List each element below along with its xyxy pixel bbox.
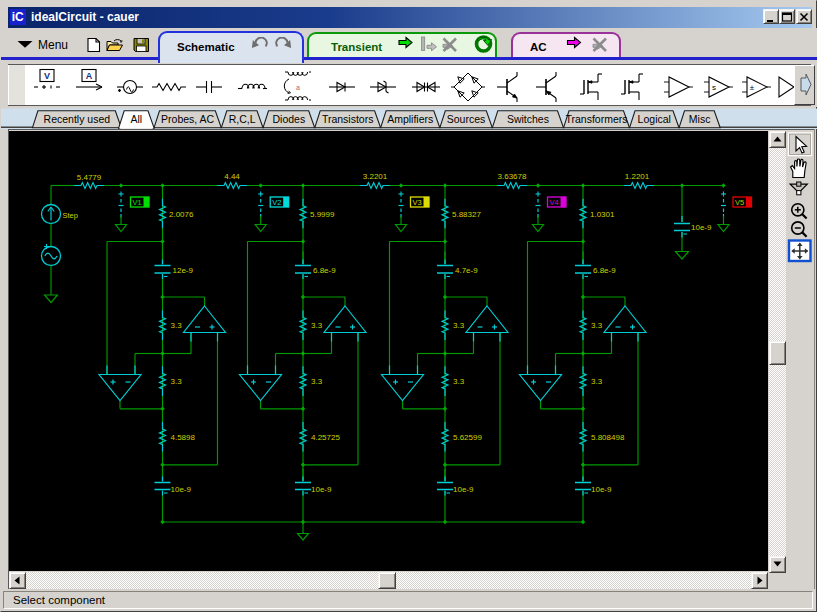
svg-text:Misc: Misc [689, 113, 711, 125]
svg-text:V3: V3 [413, 198, 422, 207]
svg-text:3.63678: 3.63678 [498, 172, 527, 181]
svg-text:4.5898: 4.5898 [171, 432, 196, 441]
svg-text:±: ± [750, 83, 755, 92]
svg-text:6.8e-9: 6.8e-9 [593, 266, 616, 275]
svg-text:3.3: 3.3 [591, 321, 603, 330]
svg-text:V1: V1 [133, 198, 142, 207]
svg-text:V: V [44, 71, 50, 81]
svg-text:Amplifiers: Amplifiers [387, 113, 433, 125]
svg-text:Transformers: Transformers [565, 113, 627, 125]
svg-text:4.25725: 4.25725 [311, 432, 340, 441]
svg-text:10e-9: 10e-9 [691, 223, 712, 232]
svg-text:1.2201: 1.2201 [625, 172, 650, 181]
svg-text:10e-9: 10e-9 [591, 485, 612, 494]
svg-text:4.44: 4.44 [224, 172, 240, 181]
svg-text:Switches: Switches [507, 113, 549, 125]
svg-text:1.0301: 1.0301 [590, 210, 615, 219]
svg-text:3.3: 3.3 [171, 377, 183, 386]
svg-text:5.88327: 5.88327 [452, 210, 481, 219]
svg-text:6.8e-9: 6.8e-9 [313, 266, 336, 275]
svg-text:3.3: 3.3 [311, 377, 323, 386]
svg-text:Recently used: Recently used [44, 113, 111, 125]
svg-text:3.3: 3.3 [591, 377, 603, 386]
svg-text:V2: V2 [272, 198, 281, 207]
svg-text:3.2201: 3.2201 [363, 172, 388, 181]
svg-text:10e-9: 10e-9 [311, 485, 332, 494]
svg-text:5.62599: 5.62599 [453, 432, 482, 441]
svg-text:3.3: 3.3 [453, 321, 465, 330]
svg-text:Menu: Menu [38, 38, 68, 52]
svg-text:R,C,L: R,C,L [229, 113, 256, 125]
svg-text:A: A [86, 71, 93, 81]
svg-text:Step: Step [63, 211, 78, 220]
svg-text:10e-9: 10e-9 [453, 485, 474, 494]
svg-text:V5: V5 [735, 198, 744, 207]
svg-text:s: s [712, 83, 716, 92]
svg-text:Diodes: Diodes [273, 113, 306, 125]
svg-text:4.7e-9: 4.7e-9 [455, 266, 478, 275]
svg-text:5.808498: 5.808498 [591, 432, 625, 441]
svg-text:a: a [296, 84, 300, 91]
svg-text:10e-9: 10e-9 [171, 485, 192, 494]
svg-text:Sources: Sources [447, 113, 486, 125]
svg-text:Transistors: Transistors [322, 113, 374, 125]
svg-text:3.3: 3.3 [453, 377, 465, 386]
svg-text:Logical: Logical [638, 113, 671, 125]
svg-text:5.4779: 5.4779 [77, 172, 102, 181]
svg-text:2.0076: 2.0076 [169, 210, 194, 219]
svg-text:3.3: 3.3 [171, 321, 183, 330]
svg-text:12e-9: 12e-9 [173, 266, 194, 275]
svg-text:5.9999: 5.9999 [310, 210, 335, 219]
svg-text:Probes, AC: Probes, AC [161, 113, 215, 125]
svg-text:3.3: 3.3 [311, 321, 323, 330]
svg-text:V4: V4 [550, 198, 559, 207]
svg-text:All: All [131, 113, 143, 125]
